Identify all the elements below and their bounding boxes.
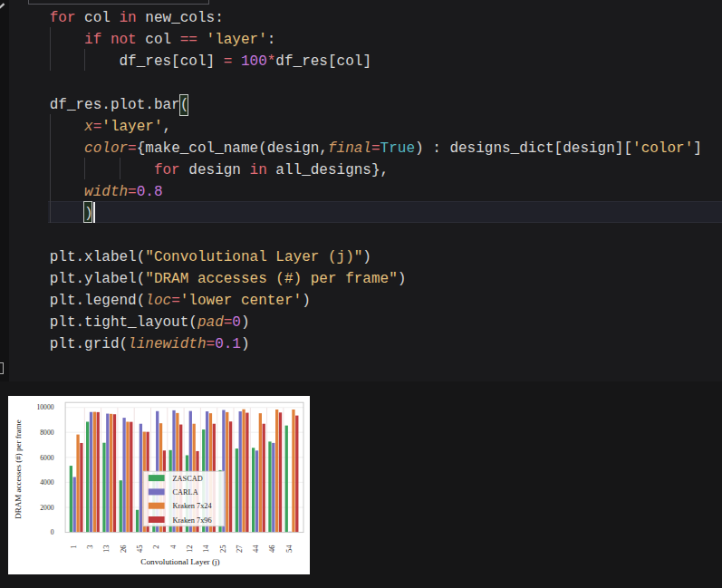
svg-text:2: 2 xyxy=(151,545,160,549)
svg-text:CARLA: CARLA xyxy=(172,488,197,496)
svg-text:10000: 10000 xyxy=(36,403,53,411)
svg-text:0: 0 xyxy=(50,528,53,536)
svg-text:44: 44 xyxy=(251,545,260,553)
svg-text:6000: 6000 xyxy=(40,454,53,462)
svg-text:14: 14 xyxy=(201,545,210,553)
svg-text:Convolutional Layer (j): Convolutional Layer (j) xyxy=(140,557,219,566)
svg-text:8000: 8000 xyxy=(40,429,53,437)
svg-text:4: 4 xyxy=(168,545,177,549)
svg-text:ZASCAD: ZASCAD xyxy=(172,475,202,483)
svg-text:3: 3 xyxy=(85,545,94,549)
svg-text:45: 45 xyxy=(135,545,144,554)
svg-text:2000: 2000 xyxy=(40,504,53,512)
svg-text:1: 1 xyxy=(68,545,77,549)
svg-text:46: 46 xyxy=(267,545,276,554)
svg-text:DRAM accesses (#) per frame: DRAM accesses (#) per frame xyxy=(14,419,23,518)
svg-text:26: 26 xyxy=(118,545,127,554)
svg-text:13: 13 xyxy=(101,545,111,554)
svg-text:12: 12 xyxy=(184,545,193,554)
svg-text:54: 54 xyxy=(284,545,293,553)
svg-text:27: 27 xyxy=(234,545,243,554)
svg-text:Kraken 7x24: Kraken 7x24 xyxy=(172,502,212,510)
svg-text:25: 25 xyxy=(217,545,226,554)
svg-text:Kraken 7x96: Kraken 7x96 xyxy=(172,516,211,525)
svg-text:4000: 4000 xyxy=(40,478,53,487)
